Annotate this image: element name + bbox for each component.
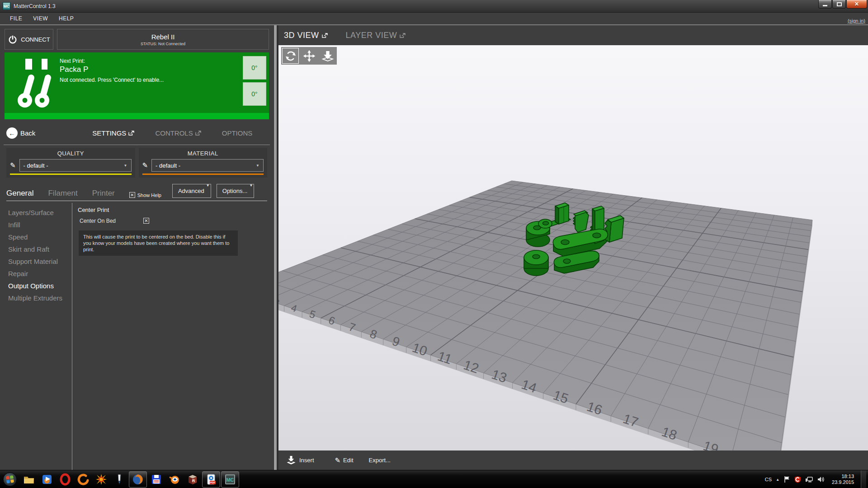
sidebar-item-support[interactable]: Support Material [8,255,72,267]
tab-options[interactable]: OPTIONS [222,129,253,137]
tab-layer-view[interactable]: LAYER VIEW [346,31,406,40]
3d-viewport[interactable]: 34567891011121314151617181920 [278,45,868,450]
sidebar-item-speed[interactable]: Speed [8,231,72,243]
time: 18:13 [832,474,854,479]
settings-nav: Layers/Surface Infill Speed Skirt and Ra… [0,203,72,470]
show-desktop-button[interactable] [861,470,866,488]
minimize-icon [823,5,827,6]
taskbar-explorer-icon[interactable] [20,471,38,488]
insert-icon [286,455,297,466]
tab-filament[interactable]: Filament [48,189,77,198]
taskbar-firefox-icon[interactable] [129,471,147,488]
next-print-panel: Next Print: Packa P Not connected. Press… [5,52,269,119]
tab-controls[interactable]: CONTROLS [155,129,201,137]
mattercontrol-window: MC MatterControl 1.3 ✕ FILE VIEW HELP (s… [0,0,868,488]
center-on-bed-checkbox[interactable]: ✕ [143,218,149,224]
chevron-down-icon: ▼ [206,183,210,188]
export-button[interactable]: Export... [369,457,391,464]
view-toolbar [281,47,337,65]
edit-button[interactable]: ✎ Edit [335,456,354,465]
control-panel: CONNECT Rebel II STATUS: Not Connected [0,25,274,470]
checkbox-checked-icon: ✕ [129,192,135,198]
edit-pencil-icon[interactable]: ✎ [10,161,16,169]
tray-chevron-icon[interactable]: ▲ [776,478,779,482]
extruder-temp[interactable]: 0° [243,56,266,80]
menu-file[interactable]: FILE [5,14,28,23]
taskbar-stylus-app-icon[interactable] [110,471,128,488]
connect-button[interactable]: CONNECT [5,29,53,50]
chevron-down-icon: ▼ [256,164,259,168]
group-title: Center Print [78,206,269,213]
setting-help-text: This will cause the print to be centered… [79,230,238,256]
clock[interactable]: 18:13 23.9.2015 [832,474,854,485]
printer-status: STATUS: Not Connected [141,42,185,46]
sidebar-item-skirt-raft[interactable]: Skirt and Raft [8,243,72,255]
move-icon [303,50,316,62]
sign-in-link[interactable]: (sign in) [848,18,865,23]
tab-settings[interactable]: SETTINGS [92,129,134,137]
start-button[interactable] [3,472,17,487]
maximize-button[interactable] [832,0,846,9]
show-help-toggle[interactable]: ✕ Show Help [129,192,161,198]
quality-select[interactable]: - default - ▼ [19,159,132,172]
printer-name: Rebel II [151,33,175,41]
language-indicator[interactable]: CS [765,477,772,482]
insert-button[interactable]: Insert [286,455,314,466]
svg-text:PDF: PDF [210,481,216,484]
progress-strip [5,113,269,119]
windows-taskbar: R PDF MC CS [0,470,868,488]
connect-label: CONNECT [21,36,50,43]
edit-pencil-icon[interactable]: ✎ [142,161,148,169]
drop-to-bed-button[interactable] [318,47,337,65]
down-arrow-icon [321,50,334,62]
menu-view[interactable]: VIEW [28,14,53,23]
pan-view-button[interactable] [300,47,318,65]
setting-label: Center On Bed [80,218,116,224]
taskbar-blender-icon[interactable] [165,471,184,488]
maximize-icon [837,2,842,6]
material-accent [142,174,264,175]
bed-temp[interactable]: 0° [243,82,266,106]
chevron-down-icon: ▼ [124,164,127,168]
taskbar-r-cube-icon[interactable]: R [184,471,202,488]
app-icon: MC [3,2,10,10]
taskbar-floppy-save-icon[interactable] [147,471,165,488]
taskbar-media-player-icon[interactable] [38,471,56,488]
next-print-message: Not connected. Press 'Connect' to enable… [60,77,164,83]
printer-selector[interactable]: Rebel II STATUS: Not Connected [57,29,269,50]
rotate-view-button[interactable] [281,47,300,65]
sidebar-item-infill[interactable]: Infill [8,219,72,231]
minimize-button[interactable] [818,0,832,9]
taskbar-swirl-app-icon[interactable] [74,471,92,488]
quality-label: QUALITY [10,150,132,157]
taskbar-opera-icon[interactable] [56,471,74,488]
tab-general[interactable]: General [6,189,33,198]
sidebar-item-layers-surface[interactable]: Layers/Surface [8,206,72,219]
next-print-label: Next Print: [60,58,85,64]
sidebar-item-repair[interactable]: Repair [8,267,72,280]
date: 23.9.2015 [832,479,854,485]
popout-icon [128,131,134,136]
quality-accent [10,174,132,175]
material-select[interactable]: - default - ▼ [151,159,264,172]
menu-help[interactable]: HELP [53,14,79,23]
advanced-button[interactable]: Advanced ▼ [172,184,211,198]
volume-icon[interactable] [817,476,825,483]
panel-splitter[interactable] [274,25,278,470]
taskbar-starburst-app-icon[interactable] [92,471,110,488]
sidebar-item-multiple-extruders[interactable]: Multiple Extruders [8,292,72,304]
taskbar-pdf-viewer-icon[interactable]: PDF [202,471,220,488]
network-icon[interactable] [805,476,813,483]
tab-printer[interactable]: Printer [92,189,115,198]
close-button[interactable]: ✕ [846,0,867,9]
tab-3d-view[interactable]: 3D VIEW [284,31,328,40]
back-button[interactable]: Back [20,129,35,137]
action-center-flag-icon[interactable] [783,476,790,483]
sidebar-item-output-options[interactable]: Output Options [8,280,72,292]
options-button[interactable]: Options... ▼ [217,184,255,198]
power-icon [8,34,18,44]
rotate-icon [284,50,297,62]
taskbar-mattercontrol-icon[interactable]: MC [221,471,239,488]
antivirus-shield-icon[interactable] [794,476,801,483]
back-icon[interactable]: ← [6,127,18,139]
